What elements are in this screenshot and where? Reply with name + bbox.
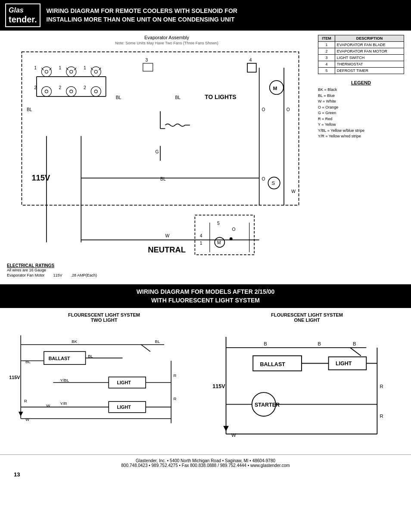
svg-text:115V: 115V <box>9 375 20 380</box>
logo-glas: Glas <box>9 6 37 14</box>
svg-point-29 <box>91 87 101 96</box>
svg-point-23 <box>41 87 51 96</box>
svg-point-26 <box>66 87 76 96</box>
svg-text:O: O <box>262 177 265 181</box>
two-light-title: FLOURESCENT LIGHT SYSTEM TWO LIGHT <box>7 312 201 323</box>
svg-point-30 <box>94 90 97 93</box>
svg-text:W: W <box>291 189 296 194</box>
svg-point-7 <box>66 67 76 77</box>
svg-text:BL: BL <box>160 177 166 181</box>
items-table: ITEM DESCRIPTION 1EVAPORATOR FAN BLADE2E… <box>318 35 404 74</box>
svg-text:BL: BL <box>116 95 121 100</box>
page-header: Glas tender. Wiring Diagram for Remote C… <box>0 0 411 31</box>
svg-text:R: R <box>24 398 27 403</box>
section1: Evaporator Assembly Note: Some Units May… <box>0 31 411 280</box>
col-item: ITEM <box>318 35 335 42</box>
one-light-diagram: FLOURESCENT LIGHT SYSTEM ONE LIGHT 115V … <box>210 312 404 446</box>
svg-text:W: W <box>25 417 30 422</box>
table-row: 2EVAPORATOR FAN MOTOR <box>318 48 404 55</box>
svg-text:O: O <box>262 107 265 112</box>
two-light-diagram: FLOURESCENT LIGHT SYSTEM TWO LIGHT 115V … <box>7 312 201 446</box>
svg-text:TO LIGHTS: TO LIGHTS <box>205 94 236 100</box>
ratings-row: Evaporator Fan Motor 115V .28 AMP(Each) <box>7 273 314 277</box>
footer-wrapper: Glastender, Inc. • 5400 North Michigan R… <box>0 454 411 478</box>
svg-text:4: 4 <box>249 58 252 63</box>
logo: Glas tender. <box>5 3 40 27</box>
svg-text:LIGHT: LIGHT <box>336 361 352 367</box>
svg-text:R: R <box>174 373 177 378</box>
svg-point-12 <box>91 67 101 77</box>
svg-text:STARTER: STARTER <box>255 402 280 408</box>
svg-text:115V: 115V <box>212 383 225 389</box>
one-light-svg: 115V W B B B BALLAST LIGHT R R START <box>210 326 404 445</box>
svg-text:W: W <box>165 233 169 238</box>
svg-text:S: S <box>271 181 275 186</box>
svg-text:4: 4 <box>200 233 202 238</box>
svg-text:Y/R: Y/R <box>60 401 67 406</box>
svg-text:B: B <box>353 341 356 346</box>
svg-point-13 <box>94 70 97 73</box>
table-row: 3LIGHT SWITCH <box>318 55 404 61</box>
svg-text:LIGHT: LIGHT <box>117 380 131 385</box>
svg-line-108 <box>350 348 361 356</box>
header-title: Wiring Diagram for Remote Coolers with S… <box>47 7 237 24</box>
svg-text:B: B <box>264 341 267 346</box>
one-light-title: FLOURESCENT LIGHT SYSTEM ONE LIGHT <box>210 312 404 323</box>
svg-text:5: 5 <box>217 221 220 226</box>
svg-text:B: B <box>318 341 321 346</box>
svg-text:BL: BL <box>25 359 31 364</box>
svg-text:BALLAST: BALLAST <box>49 356 70 361</box>
svg-text:2: 2 <box>59 85 62 90</box>
svg-text:BALLAST: BALLAST <box>260 361 286 367</box>
wiring-diagram-svg: 1 1 1 3 4 <box>7 47 314 260</box>
svg-rect-19 <box>247 63 256 72</box>
footer-line1: Glastender, Inc. • 5400 North Michigan R… <box>3 458 408 463</box>
svg-text:1: 1 <box>59 65 62 70</box>
svg-text:R: R <box>380 414 383 419</box>
col-desc: DESCRIPTION <box>335 35 404 42</box>
two-light-svg: 115V W BK BL BALLAST BL BL R R <box>7 326 201 428</box>
svg-text:1: 1 <box>84 65 86 70</box>
diagram-right: ITEM DESCRIPTION 1EVAPORATOR FAN BLADE2E… <box>318 35 404 277</box>
svg-text:O: O <box>232 227 236 232</box>
svg-text:NEUTRAL: NEUTRAL <box>148 245 186 254</box>
table-row: 1EVAPORATOR FAN BLADE <box>318 42 404 48</box>
svg-marker-72 <box>19 412 23 417</box>
svg-text:R: R <box>174 396 177 401</box>
section2-header: Wiring Diagram for Models After 2/15/00 … <box>0 284 411 308</box>
svg-text:BK: BK <box>72 339 77 344</box>
svg-text:BL: BL <box>175 95 181 100</box>
svg-text:Y/BL: Y/BL <box>60 378 69 383</box>
svg-text:BL: BL <box>155 339 160 344</box>
evap-note: Note: Some Units May Have Two Fans (Thre… <box>20 41 314 45</box>
table-row: 5DEFROST TIMER <box>318 68 404 74</box>
section2: FLOURESCENT LIGHT SYSTEM TWO LIGHT 115V … <box>0 308 411 450</box>
page-number: 13 <box>14 471 20 478</box>
logo-tender: tender. <box>9 14 37 25</box>
svg-text:1: 1 <box>200 241 202 246</box>
svg-point-2 <box>41 67 51 77</box>
svg-text:BL: BL <box>27 107 32 112</box>
legend-text: BK = BlackBL = BlueW = WhiteO = OrangeG … <box>318 87 404 140</box>
svg-text:O: O <box>286 107 290 112</box>
electrical-ratings: ELECTRICAL RATINGS All wires are 16 Gaug… <box>7 263 314 277</box>
svg-point-3 <box>45 70 48 73</box>
svg-line-77 <box>141 345 150 352</box>
svg-text:R: R <box>380 384 383 389</box>
svg-text:2: 2 <box>84 85 86 90</box>
svg-point-8 <box>70 70 73 73</box>
legend-title: LEGEND <box>318 80 404 85</box>
legend-box: LEGEND BK = BlackBL = BlueW = WhiteO = O… <box>318 80 404 140</box>
svg-rect-17 <box>143 63 153 71</box>
svg-text:1: 1 <box>34 65 37 70</box>
svg-text:M: M <box>217 240 221 245</box>
footer: Glastender, Inc. • 5400 North Michigan R… <box>0 454 411 471</box>
diagram-left: Evaporator Assembly Note: Some Units May… <box>7 35 314 277</box>
svg-point-24 <box>45 90 48 93</box>
svg-rect-55 <box>195 215 254 255</box>
svg-text:LIGHT: LIGHT <box>117 404 131 410</box>
footer-line2: 800.748.0423 • 989.752.4275 • Fax 800.83… <box>3 463 408 468</box>
svg-text:3: 3 <box>146 58 148 63</box>
svg-point-27 <box>70 90 73 93</box>
table-row: 4THERMOSTAT <box>318 61 404 68</box>
